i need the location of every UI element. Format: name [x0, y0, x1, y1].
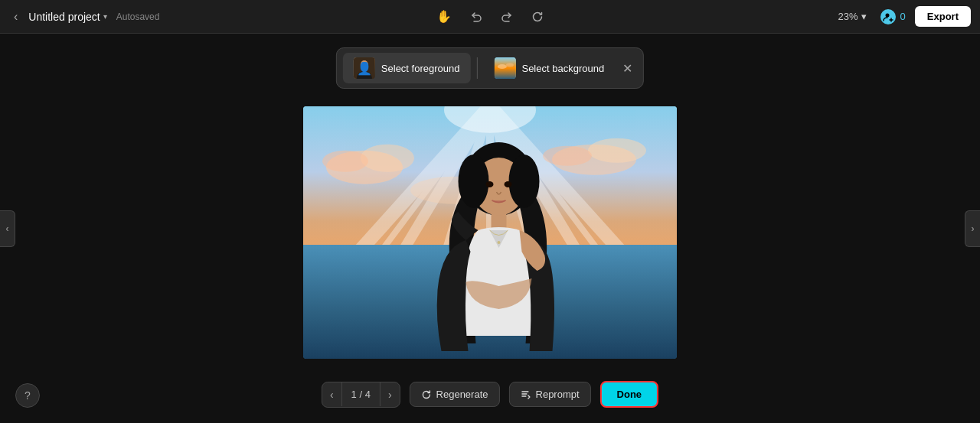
done-button[interactable]: Done	[600, 381, 659, 408]
zoom-level: 23%	[838, 11, 858, 22]
refresh-button[interactable]	[528, 8, 547, 26]
background-thumbnail	[494, 57, 515, 79]
person-add-icon	[883, 11, 893, 22]
reprompt-label: Reprompt	[536, 389, 580, 400]
foreground-thumbnail	[354, 57, 375, 79]
zoom-chevron-icon: ▾	[861, 11, 867, 22]
regenerate-icon	[421, 389, 432, 400]
reprompt-button[interactable]: Reprompt	[509, 382, 591, 407]
left-panel-toggle[interactable]: ‹	[0, 210, 15, 247]
project-name[interactable]: Untitled project ▾	[28, 11, 106, 23]
background-thumb-image	[494, 57, 515, 79]
svg-point-31	[505, 181, 512, 187]
zoom-control[interactable]: 23% ▾	[834, 8, 871, 25]
select-background-button[interactable]: Select background	[483, 53, 615, 83]
regenerate-button[interactable]: Regenerate	[410, 382, 500, 407]
bottom-controls: ‹ 1 / 4 › Regenerate Reprompt Done	[322, 381, 658, 408]
svg-point-5	[497, 64, 506, 69]
selection-toolbar: Select foreground Sel	[336, 47, 644, 89]
svg-point-6	[505, 63, 513, 67]
select-foreground-label: Select foreground	[381, 63, 460, 74]
back-button[interactable]: ‹	[9, 7, 22, 27]
help-button[interactable]: ?	[15, 383, 40, 408]
next-page-button[interactable]: ›	[381, 382, 400, 407]
right-chevron-icon: ›	[972, 223, 975, 234]
pan-tool-button[interactable]: ✋	[433, 6, 455, 27]
svg-point-18	[361, 144, 414, 171]
topbar: ‹ Untitled project ▾ Autosaved ✋	[0, 0, 980, 34]
collab-button[interactable]: 0	[880, 9, 906, 24]
help-icon: ?	[24, 389, 31, 402]
prev-page-button[interactable]: ‹	[322, 382, 341, 407]
autosaved-label: Autosaved	[116, 11, 160, 22]
select-foreground-button[interactable]: Select foreground	[343, 53, 471, 83]
undo-icon	[470, 11, 482, 23]
collab-count: 0	[900, 11, 906, 22]
svg-point-32	[498, 241, 501, 244]
left-chevron-icon: ‹	[6, 223, 9, 234]
collab-icon	[880, 9, 896, 24]
redo-icon	[501, 11, 513, 23]
export-button[interactable]: Export	[915, 6, 971, 27]
foreground-thumb-image	[354, 57, 375, 79]
svg-point-19	[322, 150, 368, 171]
canvas-area: Select foreground Sel	[0, 34, 980, 423]
svg-point-2	[361, 60, 368, 70]
canvas-image-inner	[303, 106, 677, 359]
canvas-image	[303, 106, 677, 359]
svg-point-29	[509, 155, 540, 208]
topbar-center-tools: ✋	[433, 6, 547, 27]
undo-button[interactable]	[467, 8, 485, 26]
project-chevron-icon: ▾	[103, 12, 107, 21]
regenerate-label: Regenerate	[436, 389, 488, 400]
close-toolbar-button[interactable]: ✕	[618, 58, 637, 79]
svg-point-28	[459, 155, 489, 208]
topbar-right: 23% ▾ 0 Export	[834, 6, 971, 27]
project-name-label: Untitled project	[28, 11, 100, 23]
right-panel-toggle[interactable]: ›	[965, 210, 980, 247]
page-navigator: ‹ 1 / 4 ›	[322, 382, 400, 408]
svg-point-3	[361, 60, 368, 70]
select-background-label: Select background	[521, 63, 604, 74]
topbar-left: ‹ Untitled project ▾ Autosaved	[9, 7, 828, 27]
page-indicator: 1 / 4	[341, 382, 381, 406]
svg-point-0	[885, 13, 889, 17]
reprompt-icon	[521, 389, 531, 400]
svg-point-21	[588, 138, 646, 162]
refresh-icon	[531, 11, 544, 23]
toolbar-divider	[476, 57, 477, 79]
svg-point-30	[486, 181, 494, 187]
redo-button[interactable]	[498, 8, 516, 26]
person-svg	[411, 129, 587, 359]
